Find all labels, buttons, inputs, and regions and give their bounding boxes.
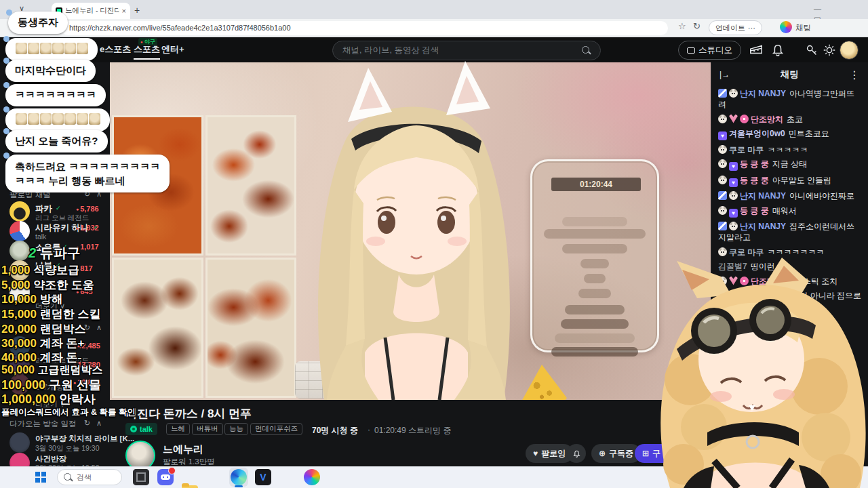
- phone-overlay: 01:20:44: [530, 159, 659, 352]
- cat-emote-icon: [77, 43, 88, 54]
- fox-badge-icon: [729, 115, 738, 123]
- schedule-avatar[interactable]: [9, 432, 30, 453]
- nav-live-badge: 야구: [138, 38, 157, 45]
- chat-collapse-icon[interactable]: |→: [719, 70, 730, 79]
- user-avatar[interactable]: [840, 41, 859, 60]
- refresh-icon[interactable]: ↻: [84, 419, 90, 428]
- player-name: 듀파구: [40, 245, 81, 260]
- channel-category: 리그 오브 레전드: [35, 214, 89, 223]
- cat-emote-icon: [40, 113, 52, 125]
- chat-menu-icon[interactable]: ⋮: [849, 68, 860, 81]
- chat-header-title: 채팅: [730, 68, 849, 81]
- dark-mode-sun-icon[interactable]: [822, 43, 837, 58]
- alarm-bell-button[interactable]: [567, 444, 586, 463]
- chat-message[interactable]: 난지 NANJY아니에바야진짜로: [718, 190, 862, 201]
- cat-emote-icon: [16, 43, 27, 54]
- channel-avatar[interactable]: [9, 201, 30, 222]
- taskbar-app-file-explorer[interactable]: [182, 485, 198, 488]
- chat-message[interactable]: 쿠로 마쿠ㅋㅋㅋㅋㅋㅋㅋ: [718, 247, 862, 258]
- update-button[interactable]: 업데이트 ⋯: [709, 20, 762, 35]
- taskbar-app-browser[interactable]: [304, 469, 320, 485]
- donation-item: 1,000,000 안락사: [1, 391, 96, 407]
- following-button[interactable]: ♥ 팔로잉: [526, 444, 573, 463]
- bookmark-star-icon[interactable]: ☆: [678, 21, 686, 31]
- channel-avatar[interactable]: [9, 241, 30, 261]
- new-tab-button[interactable]: +: [134, 5, 140, 16]
- subscribed-button[interactable]: ⊕ 구독중: [591, 444, 641, 463]
- nav-tab-esports[interactable]: e스포츠: [100, 43, 131, 56]
- chat-message[interactable]: 난지 NANJY아나역병그만퍼뜨려: [718, 88, 862, 110]
- mouse-badge-icon: [718, 145, 727, 154]
- schedule-title[interactable]: 사건반장: [35, 454, 66, 464]
- channel-follower-count: 팔로워 1.3만명: [163, 457, 215, 467]
- flower-badge-icon: [740, 115, 749, 123]
- copilot-label: 채팅: [795, 23, 811, 33]
- tab-close-icon[interactable]: ×: [122, 7, 126, 15]
- stream-tag[interactable]: 먼데이푸쉬즈: [250, 423, 302, 435]
- talk-category-badge[interactable]: talk: [125, 423, 157, 435]
- channel-profile-name[interactable]: 느에누리: [163, 443, 203, 456]
- heart-badge-icon: ♥: [729, 162, 738, 171]
- live-count: 5,786: [76, 205, 99, 213]
- studio-button[interactable]: 스튜디오: [678, 41, 741, 60]
- verified-icon: ✓: [56, 205, 61, 211]
- tab-title: 느에누리 - 디진다 돈까스 / 8: [65, 6, 119, 16]
- chat-message[interactable]: ♥겨울부엉이0w0민트초코요: [718, 128, 862, 140]
- taskbar-app-discord[interactable]: [157, 469, 174, 485]
- stream-title: 디진다 돈까스 / 8시 먼푸: [125, 406, 252, 422]
- heart-badge-icon: ♥: [729, 178, 738, 187]
- cat-emote-icon: [89, 113, 100, 125]
- mouse-badge-icon: [718, 206, 727, 215]
- taskbar-search[interactable]: 검색: [57, 469, 122, 485]
- stream-tag[interactable]: 버튜버: [192, 423, 223, 435]
- schedule-time: 3월 30일 오늘 19:30: [35, 444, 100, 453]
- search-icon[interactable]: [582, 46, 591, 55]
- schedule-title[interactable]: 야구부장 치지직 라이브 [K...: [35, 434, 134, 444]
- start-button[interactable]: [35, 472, 46, 483]
- gift-icon: ⊞: [642, 449, 649, 458]
- collections-icon[interactable]: ↻: [693, 21, 701, 31]
- vtuber-character: [283, 61, 548, 400]
- stream-tag[interactable]: 느헤: [166, 423, 190, 435]
- chat-message[interactable]: ♥등 킁 쿵지금 상태: [718, 159, 862, 171]
- copilot-icon[interactable]: [780, 21, 792, 33]
- schedule-header: 다가오는 방송 일정: [9, 419, 76, 429]
- cat-emote-icon: [52, 43, 64, 54]
- notification-bell-icon[interactable]: [770, 43, 785, 58]
- donation-item: 15,000 랜덤한 스킬: [1, 306, 100, 322]
- taskbar-app-edge-active[interactable]: [229, 468, 248, 487]
- nav-tab-sports[interactable]: 스포츠: [134, 43, 160, 60]
- mouse-badge-icon: [729, 222, 738, 230]
- overlay-bubble: ㅋㅋㅋㅋㅋㅋㅋㅋ: [5, 84, 106, 106]
- screen: ∨ 느에누리 - 디진다 돈까스 / 8 × + — ▢ × ‹ https:/…: [0, 0, 868, 488]
- cat-emote-icon: [28, 43, 39, 54]
- overlay-bubble: 마지막수단이다: [5, 60, 96, 82]
- taskbar-search-placeholder: 검색: [77, 472, 92, 483]
- phone-timer: 01:20:44: [551, 178, 641, 191]
- chat-message[interactable]: 단조망치초코: [718, 114, 862, 125]
- taskbar-app-v[interactable]: V: [255, 469, 271, 485]
- taskbar-app-terminal[interactable]: [133, 469, 149, 485]
- pencil-badge-icon: [718, 89, 727, 98]
- mouse-badge-icon: [718, 115, 727, 123]
- nav-tab-enter[interactable]: 엔터+: [161, 43, 184, 56]
- chat-message[interactable]: 난지 NANJY집주소이런데서쓰지말라고: [718, 221, 862, 243]
- chat-message[interactable]: 쿠로 마쿠ㅋㅋㅋㅋㅋ: [718, 144, 862, 155]
- edge-icon: [231, 469, 247, 485]
- overlay-bubble-emotes: [5, 108, 110, 131]
- url-field[interactable]: https://chzzk.naver.com/live/55afeade4c2…: [61, 21, 668, 35]
- following-label: 팔로잉: [541, 448, 566, 460]
- browser-tab-strip: ∨ 느에누리 - 디진다 돈까스 / 8 × + — ▢ ×: [0, 0, 868, 19]
- cheese-icon[interactable]: [749, 43, 764, 58]
- collapse-icon[interactable]: ∧: [96, 419, 102, 428]
- search-bar[interactable]: 채널, 라이브, 동영상 검색: [332, 41, 601, 60]
- chat-message[interactable]: ♥등 킁 쿵아무말도 안들림: [718, 175, 862, 187]
- heart-badge-icon: ♥: [718, 131, 727, 140]
- key-icon[interactable]: [804, 43, 819, 58]
- channel-avatar[interactable]: [9, 221, 30, 241]
- donation-item: 5,000 약조한 도움: [1, 277, 94, 293]
- mouse-badge-icon: [718, 247, 727, 256]
- stream-tag[interactable]: 능능: [224, 423, 248, 435]
- collapse-icon[interactable]: ∧: [96, 323, 102, 332]
- chat-message[interactable]: ♥등 킁 쿵매워서: [718, 205, 862, 218]
